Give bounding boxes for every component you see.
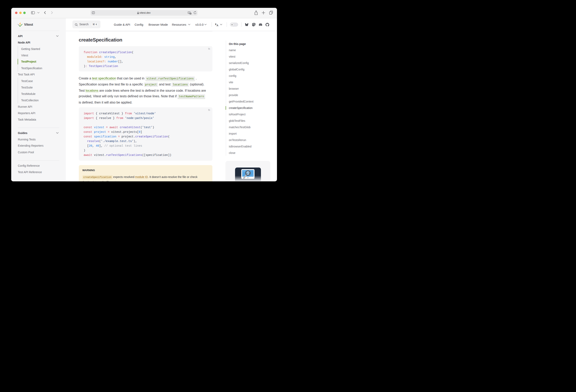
- svg-text:文: 文: [190, 13, 191, 14]
- svg-text:A: A: [217, 24, 218, 27]
- svg-text:</>: </>: [246, 172, 250, 175]
- svg-text:A: A: [189, 12, 190, 13]
- svg-text:x̄: x̄: [215, 23, 217, 26]
